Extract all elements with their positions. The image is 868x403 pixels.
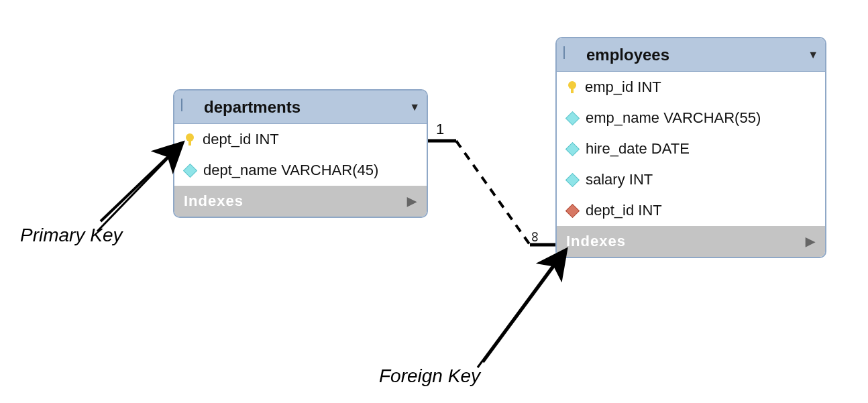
fk-diamond-icon	[565, 203, 580, 217]
key-icon	[184, 133, 196, 146]
column-row[interactable]: dept_id INT	[557, 195, 825, 226]
column-row[interactable]: emp_id INT	[557, 72, 825, 103]
key-icon	[566, 81, 578, 93]
column-label: dept_id INT	[586, 202, 662, 219]
indexes-label: Indexes	[184, 192, 243, 210]
column-row[interactable]: emp_name VARCHAR(55)	[557, 103, 825, 133]
column-row[interactable]: salary INT	[557, 164, 825, 195]
collapse-icon[interactable]: ▼	[409, 101, 420, 113]
entity-employees[interactable]: employees ▼ emp_id INT emp_name VARCHAR(…	[555, 37, 826, 258]
column-row[interactable]: hire_date DATE	[557, 133, 825, 164]
annotation-primary-key: Primary Key	[20, 225, 122, 246]
expand-icon[interactable]: ▶	[407, 194, 417, 209]
column-label: emp_id INT	[585, 78, 661, 96]
indexes-label: Indexes	[566, 233, 626, 250]
column-row[interactable]: dept_name VARCHAR(45)	[174, 155, 427, 186]
column-label: emp_name VARCHAR(55)	[586, 109, 761, 127]
diamond-icon	[565, 141, 580, 156]
entity-employees-columns: emp_id INT emp_name VARCHAR(55) hire_dat…	[557, 72, 825, 226]
diamond-icon	[183, 163, 197, 177]
entity-title: employees	[586, 46, 808, 64]
cardinality-one: 1	[436, 121, 444, 138]
entity-departments[interactable]: departments ▼ dept_id INT dept_name VARC…	[173, 89, 428, 218]
table-icon	[181, 99, 197, 115]
column-label: dept_name VARCHAR(45)	[203, 162, 378, 179]
column-label: hire_date DATE	[586, 140, 690, 158]
indexes-section[interactable]: Indexes ▶	[557, 226, 825, 257]
annotation-foreign-key: Foreign Key	[379, 365, 480, 387]
er-diagram-canvas: departments ▼ dept_id INT dept_name VARC…	[0, 0, 868, 403]
table-icon	[563, 47, 580, 63]
indexes-section[interactable]: Indexes ▶	[174, 186, 427, 217]
diamond-icon	[565, 111, 580, 125]
expand-icon[interactable]: ▶	[806, 234, 816, 249]
entity-employees-header[interactable]: employees ▼	[557, 38, 825, 72]
cardinality-many: ∞	[527, 231, 544, 242]
diamond-icon	[565, 172, 580, 186]
entity-departments-columns: dept_id INT dept_name VARCHAR(45)	[174, 124, 427, 186]
collapse-icon[interactable]: ▼	[808, 49, 818, 61]
entity-title: departments	[204, 98, 409, 117]
column-label: dept_id INT	[203, 131, 279, 148]
entity-departments-header[interactable]: departments ▼	[174, 91, 427, 124]
column-label: salary INT	[586, 171, 653, 188]
column-row[interactable]: dept_id INT	[174, 124, 427, 155]
